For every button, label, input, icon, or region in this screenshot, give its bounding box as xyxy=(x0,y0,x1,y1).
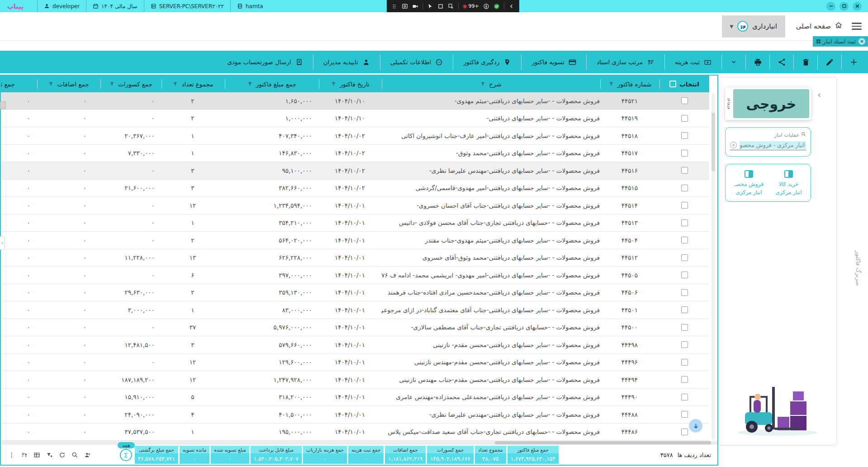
row-checkbox[interactable] xyxy=(681,132,688,139)
table-row[interactable]: ۴۴۴۹۰فروش محصولات - -سایر حسابهای دریافت… xyxy=(1,389,709,406)
column-header[interactable]: جمع اضافات xyxy=(37,76,100,92)
table-row[interactable]: ۴۴۵۰۵فروش محصولات - -سایر حسابهای دریافت… xyxy=(1,267,709,284)
row-checkbox[interactable] xyxy=(681,167,688,174)
left-panel-toggle[interactable]: ‹ xyxy=(0,236,5,250)
row-checkbox[interactable] xyxy=(681,254,688,261)
trash-button[interactable] xyxy=(795,52,816,71)
row-checkbox[interactable] xyxy=(681,394,688,400)
row-checkbox[interactable] xyxy=(681,219,688,226)
operation-type-item[interactable]: فروش محصـانبار مرکزی xyxy=(734,170,764,195)
output-label[interactable]: خروجی xyxy=(733,89,809,118)
row-checkbox[interactable] xyxy=(681,185,688,191)
horizontal-scrollbar[interactable] xyxy=(1,441,717,445)
funnel-icon[interactable] xyxy=(172,81,178,87)
horizontal-scrollbar-thumb[interactable] xyxy=(495,441,711,444)
refresh-icon[interactable] xyxy=(59,452,66,458)
operation-type-item[interactable]: خرید کالاانبار مرکزی xyxy=(775,170,802,195)
table-row[interactable]: ۴۴۵۱۲فروش محصولات - -سایر حسابهای دریافت… xyxy=(1,249,709,267)
input-vertical-label[interactable]: ورودی xyxy=(727,98,732,109)
register-expense-button[interactable]: ثبت هزینه xyxy=(666,52,721,71)
row-checkbox[interactable] xyxy=(681,237,688,243)
send-taxpayer-invoice-button[interactable]: ارسال صورتحساب مودی xyxy=(218,52,312,71)
chevron-left-icon[interactable] xyxy=(508,3,515,10)
plus-button[interactable] xyxy=(843,52,864,71)
screen-recorder-toolbar[interactable]: ◉99+ xyxy=(387,0,519,12)
table-row[interactable]: ۴۴۵۱۷فروش محصولات - -سایر حسابهای دریافت… xyxy=(1,145,709,162)
frame-icon[interactable] xyxy=(437,3,444,10)
row-checkbox[interactable] xyxy=(681,150,688,157)
track-invoice-button[interactable]: ردگیری فاکتور xyxy=(454,52,520,71)
close-icon[interactable]: ✕ xyxy=(859,38,865,45)
table-row[interactable]: ۴۴۴۸۶فروش محصولات - -حسابهای دریافتنی تج… xyxy=(1,424,709,441)
chevron-down-button[interactable] xyxy=(723,52,745,71)
column-header[interactable]: مجموع تعداد xyxy=(161,76,224,92)
minimize-button[interactable] xyxy=(826,2,835,11)
camera-icon[interactable] xyxy=(412,3,418,10)
search-input[interactable]: انبار مرکزی - فروش محصولات + xyxy=(730,141,806,150)
invoice-header-vertical-label[interactable]: سربرگ فاکتور xyxy=(855,251,862,286)
column-header[interactable]: انتخاب xyxy=(659,76,709,92)
home-nav[interactable]: صفحه اصلی xyxy=(796,21,843,31)
dots-vertical-icon[interactable] xyxy=(8,452,15,458)
user-plus-icon[interactable] xyxy=(84,452,91,458)
table-row[interactable]: ۴۴۵۱۵فروش محصولات - -سایر حسابهای دریافت… xyxy=(1,180,709,197)
row-checkbox[interactable] xyxy=(681,376,688,383)
taskbar-item[interactable]: سال مالی ۱۴۰۴ xyxy=(86,0,144,12)
row-checkbox[interactable] xyxy=(681,359,688,366)
row-checkbox[interactable] xyxy=(681,429,688,435)
column-header[interactable]: جمع کسورات xyxy=(100,76,161,92)
table-row[interactable]: ۴۴۵۲۱فروش محصولات - -سایر حسابهای دریافت… xyxy=(1,92,709,110)
check-icon[interactable] xyxy=(493,3,500,10)
search-icon[interactable] xyxy=(71,452,78,458)
collapse-chevron-icon[interactable]: › xyxy=(817,89,821,100)
table-row[interactable]: ۴۴۴۹۸فروش محصولات - -سایر حسابهای دریافت… xyxy=(1,336,709,354)
accessibility-icon[interactable] xyxy=(483,3,489,10)
output-card[interactable]: ورودی خروجی xyxy=(725,87,811,120)
row-checkbox[interactable] xyxy=(681,324,688,331)
table-icon[interactable] xyxy=(33,452,40,458)
row-checkbox[interactable] xyxy=(681,341,688,348)
grip-icon[interactable] xyxy=(391,3,398,10)
funnel-icon[interactable] xyxy=(331,81,337,87)
table-row[interactable]: ۴۴۵۱۸فروش محصولات - -سایر حسابهای دریافت… xyxy=(1,127,709,145)
taskbar-item[interactable]: developer xyxy=(37,0,86,12)
funnel-icon[interactable] xyxy=(480,81,486,87)
row-checkbox[interactable] xyxy=(681,289,688,296)
funnel-icon[interactable] xyxy=(48,81,54,87)
column-header[interactable]: تاریخ فاکتور xyxy=(318,76,381,92)
frame-cursor-icon[interactable] xyxy=(448,3,454,10)
table-row[interactable]: ۴۴۵۰۱فروش محصولات - -سایر حسابهای دریافت… xyxy=(1,301,709,319)
row-checkbox[interactable] xyxy=(681,411,688,418)
maximize-button[interactable] xyxy=(840,2,849,11)
filter-clear-icon[interactable] xyxy=(46,452,53,458)
table-row[interactable]: ۴۴۴۹۶فروش محصولات - -سایر حسابهای دریافت… xyxy=(1,354,709,372)
window-record-icon[interactable] xyxy=(402,3,408,10)
column-header[interactable]: جمع ثبت هزینه xyxy=(1,76,37,92)
row-checkbox[interactable] xyxy=(681,306,688,313)
vertical-scrollbar[interactable] xyxy=(709,92,717,441)
table-row[interactable]: ۴۴۵۰۰فروش محصولات - -حسابهای دریافتنی تج… xyxy=(1,319,709,337)
settle-invoice-button[interactable]: تسویه فاکتور xyxy=(522,52,585,71)
hamburger-menu-icon[interactable] xyxy=(852,23,862,30)
share-button[interactable] xyxy=(771,52,792,71)
table-row[interactable]: ۴۴۵۰۶فروش محصولات - -سایر حسابهای دریافت… xyxy=(1,284,709,302)
scroll-to-bottom-button[interactable] xyxy=(689,419,702,433)
funnel-icon[interactable] xyxy=(608,81,614,87)
row-checkbox[interactable] xyxy=(681,97,688,104)
selected-row-handle[interactable] xyxy=(0,101,6,109)
funnel-icon[interactable] xyxy=(109,81,115,87)
table-row[interactable]: ۴۴۵۱۴فروش محصولات - -سایر حسابهای دریافت… xyxy=(1,197,709,214)
row-checkbox[interactable] xyxy=(681,115,688,122)
sort-documents-button[interactable]: مرتب سازی اسناد xyxy=(588,52,664,71)
taskbar-item[interactable]: SERVER-PC\SERVER۲۰۲۲ xyxy=(144,0,230,12)
column-header[interactable]: شرح xyxy=(381,76,600,92)
notification-badge[interactable]: ◉99+ xyxy=(463,3,479,9)
funnel-icon[interactable] xyxy=(247,81,253,87)
table-row[interactable]: ۴۴۴۸۸فروش محصولات - -سایر حسابهای دریافت… xyxy=(1,406,709,424)
cursor-icon[interactable] xyxy=(427,3,433,10)
table-row[interactable]: ۴۴۴۹۴فروش محصولات - -سایر حسابهای دریافت… xyxy=(1,371,709,389)
row-checkbox[interactable] xyxy=(681,202,688,209)
pencil-button[interactable] xyxy=(819,52,840,71)
row-checkbox[interactable] xyxy=(681,272,688,278)
table-row[interactable]: ۴۴۵۱۶فروش محصولات - -سایر حسابهای دریافت… xyxy=(1,162,709,180)
